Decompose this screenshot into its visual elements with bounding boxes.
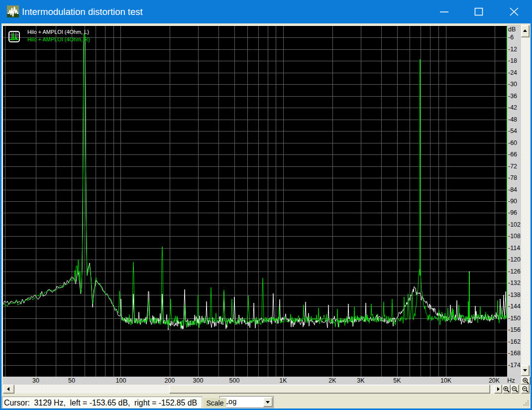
svg-text:Hilo + AMPLOI (4Ohm, L): Hilo + AMPLOI (4Ohm, L) bbox=[27, 29, 89, 35]
svg-text:Hilo + AMPLOI (4Ohm, R): Hilo + AMPLOI (4Ohm, R) bbox=[27, 36, 90, 42]
